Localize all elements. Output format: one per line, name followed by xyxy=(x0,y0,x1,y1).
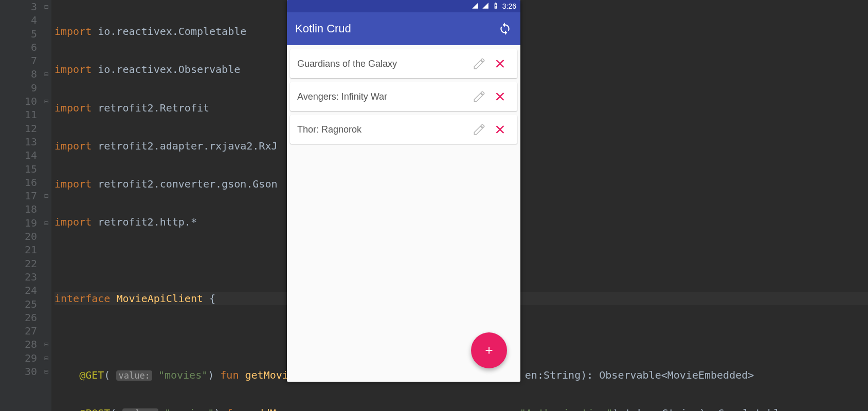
fold-marker[interactable] xyxy=(41,27,51,41)
delete-button[interactable] xyxy=(490,53,510,74)
paren: ( xyxy=(110,407,122,411)
delete-button[interactable] xyxy=(490,86,510,107)
line-number: 5 xyxy=(0,27,37,41)
fold-marker[interactable] xyxy=(41,230,51,243)
code-text: io.reactivex.Completable xyxy=(92,25,246,38)
keyword: import xyxy=(55,63,92,76)
movie-title: Avengers: Infinity War xyxy=(297,91,469,102)
line-number: 18 xyxy=(0,202,37,216)
line-number: 26 xyxy=(0,311,37,324)
fold-marker[interactable] xyxy=(41,324,51,338)
line-number: 10 xyxy=(0,95,37,108)
fold-marker[interactable] xyxy=(41,202,51,216)
fold-column: ⊟⊟⊟⊟⊟⊟⊟⊟ xyxy=(41,0,51,411)
line-number: 14 xyxy=(0,148,37,162)
line-number: 22 xyxy=(0,257,37,270)
sync-button[interactable] xyxy=(498,22,512,36)
fold-marker[interactable] xyxy=(41,297,51,311)
type-name: MovieApiClient xyxy=(116,292,203,305)
app-bar: Kotlin Crud xyxy=(287,12,520,45)
fold-marker[interactable] xyxy=(41,257,51,270)
code-tail: en:String): Observable<MovieEmbedded> xyxy=(525,369,754,381)
code-text: retrofit2.adapter.rxjava2.RxJ xyxy=(92,140,277,152)
code-text: retrofit2.converter.gson.Gson xyxy=(92,178,277,190)
keyword: import xyxy=(55,216,92,228)
line-number: 4 xyxy=(0,13,37,27)
fold-marker[interactable] xyxy=(41,311,51,324)
code-text: retrofit2.Retrofit xyxy=(92,102,209,114)
code-text: retrofit2.http.* xyxy=(92,216,197,228)
keyword: import xyxy=(55,102,92,114)
fold-marker[interactable] xyxy=(41,243,51,256)
movie-list[interactable]: Guardians of the GalaxyAvengers: Infinit… xyxy=(287,45,520,152)
status-time: 3:26 xyxy=(502,2,516,10)
line-number: 17 xyxy=(0,189,37,202)
close-icon xyxy=(494,90,506,103)
fold-marker[interactable]: ⊟ xyxy=(41,365,51,378)
fold-marker[interactable] xyxy=(41,13,51,27)
line-number: 19 xyxy=(0,216,37,230)
code-tail: ) token:String): Completable xyxy=(612,407,786,411)
movie-card[interactable]: Avengers: Infinity War xyxy=(290,82,517,111)
edit-button[interactable] xyxy=(469,86,490,107)
keyword: import xyxy=(55,178,92,190)
movie-card[interactable]: Thor: Ragnorok xyxy=(290,115,517,144)
fold-marker[interactable]: ⊟ xyxy=(41,0,51,13)
param-hint: value: xyxy=(116,370,152,381)
edit-button[interactable] xyxy=(469,119,490,140)
function-name: addMov xyxy=(251,407,288,411)
movie-title: Thor: Ragnorok xyxy=(297,124,469,135)
sync-icon xyxy=(498,22,512,35)
string: "movies" xyxy=(158,407,214,411)
plus-icon xyxy=(483,345,495,356)
fold-marker[interactable]: ⊟ xyxy=(41,189,51,202)
fold-marker[interactable] xyxy=(41,54,51,67)
param-hint: value: xyxy=(122,408,158,411)
fold-marker[interactable] xyxy=(41,284,51,297)
line-number-gutter: 3456789101112131415161718192021222324252… xyxy=(0,0,41,411)
line-number: 3 xyxy=(0,0,37,13)
line-number: 12 xyxy=(0,122,37,135)
brace: { xyxy=(203,292,215,305)
fold-marker[interactable] xyxy=(41,81,51,95)
movie-title: Guardians of the Galaxy xyxy=(297,59,469,69)
line-number: 27 xyxy=(0,324,37,338)
fold-marker[interactable]: ⊟ xyxy=(41,351,51,365)
keyword: interface xyxy=(55,292,116,305)
fold-marker[interactable]: ⊟ xyxy=(41,95,51,108)
fold-marker[interactable]: ⊟ xyxy=(41,67,51,81)
fold-marker[interactable] xyxy=(41,162,51,176)
fold-marker[interactable] xyxy=(41,270,51,284)
fold-marker[interactable] xyxy=(41,108,51,121)
status-bar: 3:26 xyxy=(287,0,520,12)
fold-marker[interactable] xyxy=(41,176,51,189)
keyword: fun xyxy=(226,407,251,411)
pencil-icon xyxy=(473,57,486,70)
line-number: 7 xyxy=(0,54,37,67)
fold-marker[interactable] xyxy=(41,135,51,148)
phone-emulator: 3:26 Kotlin Crud Guardians of the Galaxy… xyxy=(287,0,520,382)
line-number: 20 xyxy=(0,230,37,243)
fold-marker[interactable] xyxy=(41,122,51,135)
keyword: import xyxy=(55,25,92,38)
movie-card[interactable]: Guardians of the Galaxy xyxy=(290,49,517,78)
delete-button[interactable] xyxy=(490,119,510,140)
line-number: 9 xyxy=(0,81,37,95)
line-number: 21 xyxy=(0,243,37,256)
paren: ( xyxy=(104,369,116,381)
string: "Authorization" xyxy=(520,407,613,411)
annotation: @GET xyxy=(79,369,104,381)
app-title: Kotlin Crud xyxy=(295,22,351,35)
line-number: 15 xyxy=(0,162,37,176)
line-number: 11 xyxy=(0,108,37,121)
keyword: fun xyxy=(220,369,245,381)
line-number: 23 xyxy=(0,270,37,284)
fold-marker[interactable]: ⊟ xyxy=(41,216,51,230)
fold-marker[interactable] xyxy=(41,41,51,54)
add-fab[interactable] xyxy=(471,332,507,368)
line-number: 25 xyxy=(0,297,37,311)
fold-marker[interactable]: ⊟ xyxy=(41,338,51,351)
line-number: 8 xyxy=(0,67,37,81)
edit-button[interactable] xyxy=(469,53,490,74)
fold-marker[interactable] xyxy=(41,148,51,162)
